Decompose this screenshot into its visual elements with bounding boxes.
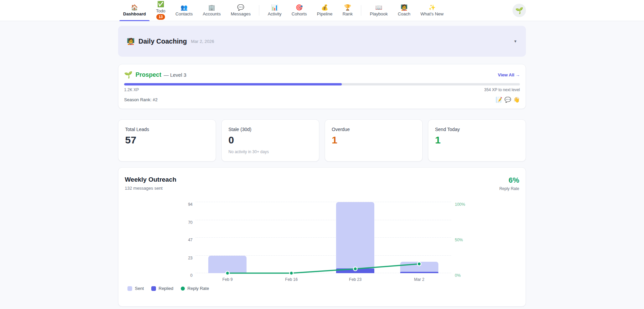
check-icon: ✅ <box>157 1 164 8</box>
x-axis-tick: Feb 23 <box>349 277 362 282</box>
weekly-outreach-card: Weekly Outreach 132 messages sent 6% Rep… <box>118 167 526 307</box>
nav-item-label: Cohorts <box>291 11 307 16</box>
building-icon: 🏢 <box>208 4 215 11</box>
nav-divider <box>259 5 259 16</box>
x-axis-tick: Mar 2 <box>414 277 424 282</box>
y-axis-tick-left: 0 <box>190 273 193 278</box>
stat-label: Overdue <box>332 127 416 132</box>
nav-divider <box>361 5 361 16</box>
chart-legend: SentRepliedReply Rate <box>127 286 519 291</box>
main-content: 🧑‍🏫 Daily Coaching Mar 2, 2026 ▼ 🌱 Prosp… <box>118 26 526 307</box>
stat-value: 1 <box>332 135 416 145</box>
user-avatar[interactable]: 🌱 <box>513 4 526 17</box>
outreach-chart: 0234770940%50%100%Feb 9Feb 16Feb 23Mar 2 <box>196 202 451 273</box>
nav-item-label: Dashboard <box>123 11 146 16</box>
active-tab-underline <box>119 20 150 21</box>
legend-label: Sent <box>135 286 144 291</box>
nav-item-coach[interactable]: 🧑‍🏫Coach <box>393 0 416 21</box>
memo-icon[interactable]: 📝 <box>496 97 502 103</box>
nav-item-activity[interactable]: 📊Activity <box>263 0 286 21</box>
nav-item-accounts[interactable]: 🏢Accounts <box>198 0 225 21</box>
nav-item-contacts[interactable]: 👥Contacts <box>170 0 198 21</box>
level-title: Prospect <box>136 71 161 78</box>
stat-card-total-leads: Total Leads57 <box>118 119 216 162</box>
nav-item-label: Coach <box>398 11 411 16</box>
bar-chart-icon: 📊 <box>271 4 278 11</box>
xp-progress-bar <box>124 83 520 85</box>
speech-bubble-icon[interactable]: 💬 <box>504 97 511 103</box>
daily-coaching-banner[interactable]: 🧑‍🏫 Daily Coaching Mar 2, 2026 ▼ <box>118 26 526 57</box>
seedling-icon: 🌱 <box>124 71 132 79</box>
xp-to-next-level: 354 XP to next level <box>484 87 520 92</box>
nav-item-dashboard[interactable]: 🏠Dashboard <box>118 0 151 21</box>
target-icon: 🎯 <box>296 4 303 11</box>
nav-item-what-s-new[interactable]: ✨What's New <box>416 0 449 21</box>
trophy-icon: 🏆 <box>344 4 351 11</box>
seedling-avatar-icon: 🌱 <box>515 7 523 14</box>
stat-card-send-today: Send Today1 <box>428 119 526 162</box>
y-axis-tick-left: 94 <box>188 202 193 207</box>
level-progress-card: 🌱 Prospect — Level 3 View All → 1.2K XP … <box>118 64 526 109</box>
legend-item-reply-rate[interactable]: Reply Rate <box>181 286 209 291</box>
legend-swatch <box>127 286 132 291</box>
banner-title: Daily Coaching <box>139 38 187 45</box>
nav-item-pipeline[interactable]: 💰Pipeline <box>312 0 337 21</box>
xp-progress-fill <box>124 83 342 85</box>
y-axis-tick-left: 70 <box>188 220 193 225</box>
nav-item-playbook[interactable]: 📖Playbook <box>365 0 392 21</box>
y-axis-tick-right: 0% <box>455 273 461 278</box>
y-axis-tick-left: 47 <box>188 238 193 242</box>
y-axis-tick-right: 50% <box>455 238 463 242</box>
xp-current: 1.2K XP <box>124 87 139 92</box>
legend-label: Replied <box>159 286 173 291</box>
nav-item-label: Pipeline <box>317 11 332 16</box>
stat-value: 1 <box>435 135 519 145</box>
stat-value: 57 <box>125 135 209 145</box>
level-action-icons: 📝💬👋 <box>496 97 520 103</box>
nav-item-label: Rank <box>342 11 353 16</box>
banner-date: Mar 2, 2026 <box>191 39 214 44</box>
xp-labels: 1.2K XP 354 XP to next level <box>124 87 520 92</box>
nav-item-label: What's New <box>421 11 444 16</box>
nav-item-rank[interactable]: 🏆Rank <box>337 0 358 21</box>
chart-title: Weekly Outreach <box>125 176 176 183</box>
season-rank: Season Rank: #2 <box>124 97 158 102</box>
nav-item-label: Contacts <box>175 11 193 16</box>
legend-swatch <box>181 287 185 291</box>
nav-item-messages[interactable]: 💬Messages <box>226 0 256 21</box>
y-axis-tick-left: 23 <box>188 256 193 260</box>
legend-swatch <box>151 286 156 291</box>
reply-rate-value: 6% <box>499 176 519 185</box>
top-nav-inner: 🏠Dashboard✅Todo13👥Contacts🏢Accounts💬Mess… <box>118 0 526 21</box>
level-subtitle: — Level 3 <box>164 72 186 78</box>
chevron-down-icon[interactable]: ▼ <box>514 39 517 43</box>
reply-rate-point <box>417 262 421 266</box>
legend-label: Reply Rate <box>187 286 209 291</box>
waving-hand-icon[interactable]: 👋 <box>513 97 520 103</box>
stats-row: Total Leads57Stale (30d)0No activity in … <box>118 119 526 162</box>
nav-item-label: Accounts <box>203 11 220 16</box>
level-header: 🌱 Prospect — Level 3 View All → <box>124 71 520 79</box>
y-axis-tick-right: 100% <box>455 202 465 207</box>
stat-note: No activity in 30+ days <box>228 149 312 154</box>
chart-header: Weekly Outreach 132 messages sent 6% Rep… <box>125 176 519 191</box>
reply-rate-label: Reply Rate <box>499 186 519 191</box>
reply-rate-point <box>289 271 293 275</box>
nav-item-label: Activity <box>268 11 281 16</box>
nav-item-todo[interactable]: ✅Todo13 <box>151 0 170 21</box>
nav-item-cohorts[interactable]: 🎯Cohorts <box>286 0 312 21</box>
stat-card-stale-30d: Stale (30d)0No activity in 30+ days <box>221 119 319 162</box>
people-icon: 👥 <box>180 4 187 11</box>
money-bag-icon: 💰 <box>321 4 328 11</box>
stat-label: Total Leads <box>125 127 209 132</box>
nav-item-label: Todo <box>156 8 165 13</box>
stat-label: Send Today <box>435 127 519 132</box>
reply-rate-point <box>226 271 229 275</box>
legend-item-replied[interactable]: Replied <box>151 286 173 291</box>
stat-card-overdue: Overdue1 <box>325 119 423 162</box>
nav-items: 🏠Dashboard✅Todo13👥Contacts🏢Accounts💬Mess… <box>118 0 449 21</box>
view-all-link[interactable]: View All → <box>498 72 520 77</box>
top-nav: 🏠Dashboard✅Todo13👥Contacts🏢Accounts💬Mess… <box>0 0 644 21</box>
x-axis-tick: Feb 9 <box>222 277 233 282</box>
legend-item-sent[interactable]: Sent <box>127 286 144 291</box>
